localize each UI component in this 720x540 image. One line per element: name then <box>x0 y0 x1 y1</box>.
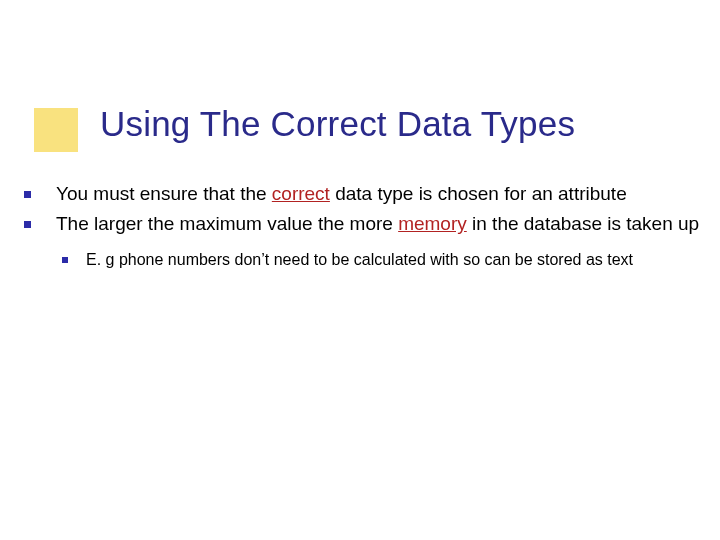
bullet-text-prefix: You must ensure that the <box>56 183 272 204</box>
sub-bullet-text: E. g phone numbers don’t need to be calc… <box>86 251 633 268</box>
bullet-list: You must ensure that the correct data ty… <box>20 182 700 275</box>
sub-bullet-list: E. g phone numbers don’t need to be calc… <box>56 245 700 275</box>
list-item: E. g phone numbers don’t need to be calc… <box>56 245 700 275</box>
list-item: The larger the maximum value the more me… <box>20 212 700 275</box>
slide-content: You must ensure that the correct data ty… <box>20 182 700 281</box>
bullet-text-suffix: data type is chosen for an attribute <box>330 183 627 204</box>
title-accent-block <box>34 108 78 152</box>
bullet-emph: memory <box>398 213 467 234</box>
list-item: You must ensure that the correct data ty… <box>20 182 700 206</box>
bullet-text-suffix: in the database is taken up <box>467 213 699 234</box>
bullet-text-prefix: The larger the maximum value the more <box>56 213 398 234</box>
bullet-emph: correct <box>272 183 330 204</box>
slide-title: Using The Correct Data Types <box>100 104 575 144</box>
